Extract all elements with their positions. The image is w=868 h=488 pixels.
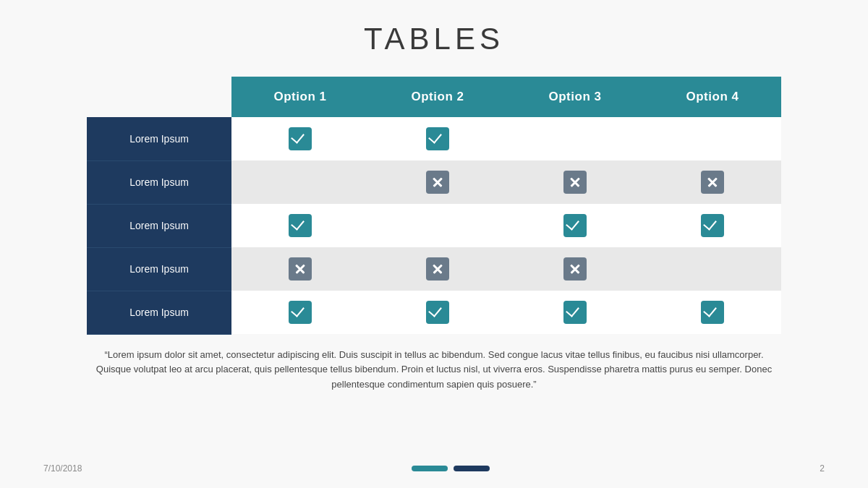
cross-icon bbox=[563, 171, 587, 194]
table-col-option1: Option 1 bbox=[231, 77, 369, 117]
row-header: Lorem Ipsum bbox=[87, 204, 231, 247]
table-cell bbox=[506, 247, 644, 291]
table-cell bbox=[506, 291, 644, 334]
table-cell bbox=[369, 160, 506, 204]
table-cell bbox=[369, 204, 506, 247]
check-icon bbox=[289, 301, 312, 324]
quote-text: “Lorem ipsum dolor sit amet, consectetur… bbox=[87, 348, 781, 393]
cross-icon bbox=[563, 257, 587, 281]
cross-icon bbox=[426, 257, 449, 281]
table-col-option4: Option 4 bbox=[644, 77, 781, 117]
table-wrapper: Option 1 Option 2 Option 3 Option 4 Lore… bbox=[87, 77, 781, 335]
row-header: Lorem Ipsum bbox=[87, 291, 231, 334]
table-cell bbox=[231, 160, 369, 204]
table-cell bbox=[644, 247, 781, 291]
table-col-empty bbox=[87, 77, 231, 117]
table-col-option2: Option 2 bbox=[369, 77, 506, 117]
table-cell bbox=[369, 117, 506, 160]
table-cell bbox=[231, 204, 369, 247]
table-row: Lorem Ipsum bbox=[87, 247, 781, 291]
table-cell bbox=[644, 204, 781, 247]
table-cell bbox=[506, 160, 644, 204]
cross-icon bbox=[289, 257, 312, 281]
table-cell bbox=[644, 291, 781, 334]
footer-pagination bbox=[412, 466, 490, 471]
row-header: Lorem Ipsum bbox=[87, 160, 231, 204]
table-row: Lorem Ipsum bbox=[87, 160, 781, 204]
footer-dot-2 bbox=[454, 466, 490, 471]
check-icon bbox=[701, 214, 724, 237]
check-icon bbox=[426, 127, 449, 150]
table-cell bbox=[506, 204, 644, 247]
check-icon bbox=[563, 301, 587, 324]
table-cell bbox=[369, 247, 506, 291]
cross-icon bbox=[701, 171, 724, 194]
table-header-row: Option 1 Option 2 Option 3 Option 4 bbox=[87, 77, 781, 117]
footer-page: 2 bbox=[820, 463, 825, 474]
table-cell bbox=[506, 117, 644, 160]
table-col-option3: Option 3 bbox=[506, 77, 644, 117]
table-cell bbox=[369, 291, 506, 334]
check-icon bbox=[289, 214, 312, 237]
comparison-table: Option 1 Option 2 Option 3 Option 4 Lore… bbox=[87, 77, 781, 335]
footer: 7/10/2018 2 bbox=[0, 463, 868, 474]
table-row: Lorem Ipsum bbox=[87, 117, 781, 160]
check-icon bbox=[289, 127, 312, 150]
table-cell bbox=[644, 160, 781, 204]
table-cell bbox=[644, 117, 781, 160]
check-icon bbox=[426, 301, 449, 324]
table-cell bbox=[231, 291, 369, 334]
slide: TABLES Option 1 Option 2 Option 3 Option… bbox=[0, 0, 868, 488]
table-row: Lorem Ipsum bbox=[87, 204, 781, 247]
table-cell bbox=[231, 117, 369, 160]
check-icon bbox=[563, 214, 587, 237]
row-header: Lorem Ipsum bbox=[87, 247, 231, 291]
quote-section: “Lorem ipsum dolor sit amet, consectetur… bbox=[87, 348, 781, 393]
footer-dot-1 bbox=[412, 466, 448, 471]
table-row: Lorem Ipsum bbox=[87, 291, 781, 334]
slide-title: TABLES bbox=[364, 22, 504, 56]
table-cell bbox=[231, 247, 369, 291]
check-icon bbox=[701, 301, 724, 324]
row-header: Lorem Ipsum bbox=[87, 117, 231, 160]
footer-date: 7/10/2018 bbox=[43, 463, 82, 474]
cross-icon bbox=[426, 171, 449, 194]
